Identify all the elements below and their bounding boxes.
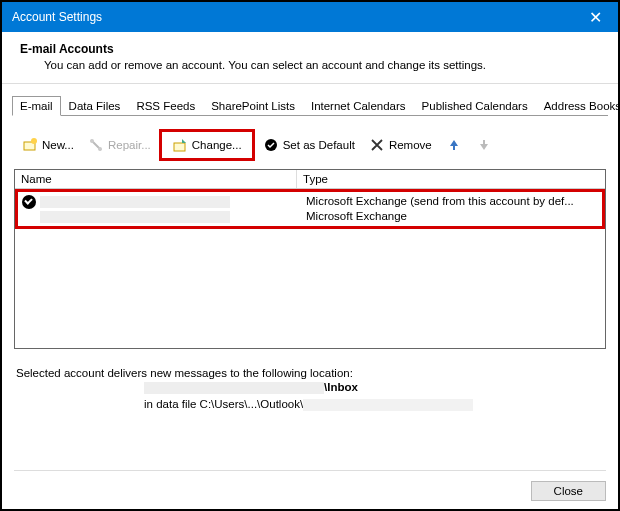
table-row[interactable]: Microsoft Exchange <box>18 209 602 224</box>
tab-address-books[interactable]: Address Books <box>536 96 620 116</box>
titlebar: Account Settings ✕ <box>2 2 618 32</box>
datafile-prefix: in data file C:\Users\...\Outlook\ <box>144 398 303 410</box>
rows-highlight: Microsoft Exchange (send from this accou… <box>15 189 605 229</box>
arrow-down-icon <box>476 137 492 153</box>
default-label: Set as Default <box>283 139 355 151</box>
redacted-path <box>303 399 473 411</box>
redacted-mailbox <box>144 382 324 394</box>
change-highlight: Change... <box>159 129 255 161</box>
header-subtitle: You can add or remove an account. You ca… <box>20 59 600 71</box>
close-button[interactable]: Close <box>531 481 606 501</box>
svg-rect-4 <box>174 143 185 151</box>
tab-data-files[interactable]: Data Files <box>61 96 129 116</box>
tab-rss-feeds[interactable]: RSS Feeds <box>128 96 203 116</box>
table-row[interactable]: Microsoft Exchange (send from this accou… <box>18 194 602 209</box>
cell-type: Microsoft Exchange (send from this accou… <box>300 194 602 209</box>
redacted-name <box>40 211 230 223</box>
window-title: Account Settings <box>12 10 102 24</box>
cell-name <box>18 194 300 209</box>
cell-type: Microsoft Exchange <box>300 209 602 224</box>
datafile-line: in data file C:\Users\...\Outlook\ <box>14 396 606 413</box>
tab-published-calendars[interactable]: Published Calendars <box>414 96 536 116</box>
arrow-up-icon <box>446 137 462 153</box>
new-button[interactable]: New... <box>16 134 80 156</box>
svg-point-1 <box>31 138 37 144</box>
table-header: Name Type <box>15 170 605 189</box>
move-down-button <box>470 134 498 156</box>
change-button[interactable]: Change... <box>166 134 248 156</box>
header-title: E-mail Accounts <box>20 42 600 56</box>
svg-point-2 <box>90 139 94 143</box>
repair-label: Repair... <box>108 139 151 151</box>
change-label: Change... <box>192 139 242 151</box>
repair-button: Repair... <box>82 134 157 156</box>
account-settings-window: Account Settings ✕ E-mail Accounts You c… <box>2 2 618 509</box>
tab-email[interactable]: E-mail <box>12 96 61 116</box>
new-label: New... <box>42 139 74 151</box>
delivery-label: Selected account delivers new messages t… <box>14 349 606 379</box>
svg-point-3 <box>98 147 102 151</box>
default-check-icon <box>22 195 36 209</box>
footer-panel: Close <box>14 470 606 501</box>
remove-button[interactable]: Remove <box>363 134 438 156</box>
tab-internet-calendars[interactable]: Internet Calendars <box>303 96 414 116</box>
cell-name <box>18 209 300 224</box>
accounts-table: Name Type Microsoft Exchange (send from … <box>14 169 606 349</box>
change-icon <box>172 137 188 153</box>
move-up-button[interactable] <box>440 134 468 156</box>
inbox-suffix: \Inbox <box>324 381 358 393</box>
check-circle-icon <box>263 137 279 153</box>
mailbox-line: \Inbox <box>14 379 606 396</box>
new-icon <box>22 137 38 153</box>
col-name[interactable]: Name <box>15 170 297 188</box>
col-type[interactable]: Type <box>297 170 605 188</box>
default-button[interactable]: Set as Default <box>257 134 361 156</box>
remove-icon <box>369 137 385 153</box>
close-icon[interactable]: ✕ <box>581 6 610 29</box>
redacted-name <box>40 196 230 208</box>
toolbar: New... Repair... Change... Set as Defaul… <box>14 124 606 169</box>
content: New... Repair... Change... Set as Defaul… <box>2 116 618 413</box>
remove-label: Remove <box>389 139 432 151</box>
tab-sharepoint-lists[interactable]: SharePoint Lists <box>203 96 303 116</box>
repair-icon <box>88 137 104 153</box>
header: E-mail Accounts You can add or remove an… <box>2 32 618 84</box>
tabs: E-mail Data Files RSS Feeds SharePoint L… <box>2 84 618 116</box>
